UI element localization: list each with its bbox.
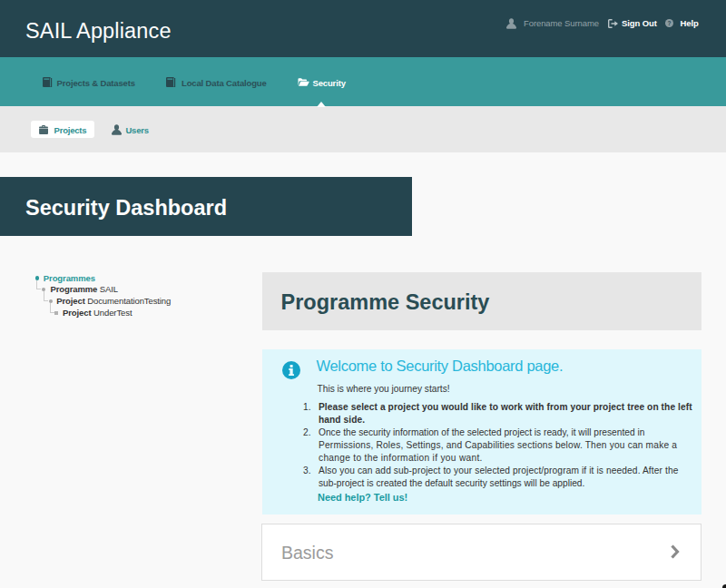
svg-text:?: ? (668, 20, 672, 26)
